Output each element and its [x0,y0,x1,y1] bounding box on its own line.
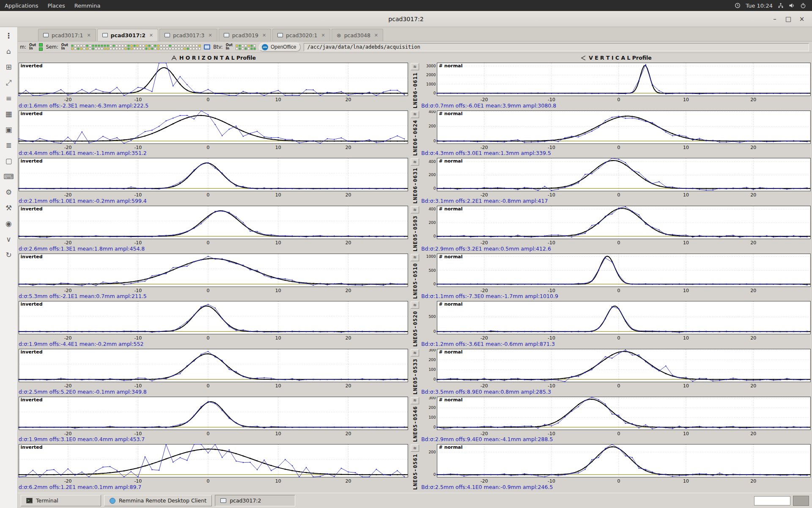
menu-icon[interactable]: ≡ [3,93,14,103]
vertical-profile-plot: -20-10010204002000# normal [420,206,812,246]
svg-text:10: 10 [275,287,281,293]
horizontal-profile-plot: -20-1001020inverted [18,63,409,102]
workspace-switcher[interactable] [793,496,809,506]
svg-text:-10: -10 [548,287,555,293]
windows-icon[interactable]: ▢ [3,156,14,166]
tab-close-icon[interactable]: ✕ [87,33,91,38]
taskbar-field[interactable] [754,496,790,505]
horizontal-profile-plot: -20-1001020inverted [18,110,409,150]
tab-pcad3017-2[interactable]: pcad3017:2 ✕ [97,29,158,41]
network-icon[interactable] [778,3,784,8]
svg-text:200: 200 [428,173,436,177]
taskbar-item-remmina[interactable]: Remmina Remote Desktop Client [104,495,212,506]
tab-pcad3017-3[interactable]: pcad3017:3 ✕ [159,29,217,41]
menu-remmina[interactable]: Remmina [70,0,105,11]
fullscreen-icon[interactable]: ⤢ [3,77,14,88]
profile-options-button[interactable]: ≋ [411,349,419,356]
btv-monitor-icon [204,44,210,50]
svg-text:20: 20 [750,431,756,436]
tab-close-icon[interactable]: ✕ [374,33,378,38]
tab-close-icon[interactable]: ✕ [149,33,153,38]
device-label: LNE05-0503 [412,214,418,253]
profile-options-button[interactable]: ≋ [411,397,419,404]
openoffice-button[interactable]: OpenOffice [259,43,301,52]
svg-text:-20: -20 [64,287,72,293]
profile-options-button[interactable]: ≋ [411,63,419,70]
grid-icon[interactable]: ▦ [3,109,14,119]
svg-text:# normal: # normal [439,349,462,355]
power-icon[interactable] [800,3,806,8]
horizontal-profile-plot: -20-1001020inverted [18,349,409,389]
volume-icon[interactable] [789,3,795,8]
tab-pcad3019[interactable]: pcad3019 ✕ [219,29,271,41]
maximize-button[interactable]: □ [782,15,794,23]
svg-text:300: 300 [428,349,436,352]
profile-options-button[interactable]: ≋ [411,206,419,213]
menu-applications[interactable]: Applications [0,0,43,11]
svg-text:# normal: # normal [439,254,462,260]
vertical-profile-stats: Bd:σ:2.9mm offs:9.4E0 mean:-4.1mm ampl:2… [420,436,812,443]
sem-out-in-labels: OutIn [61,44,68,51]
svg-text:10: 10 [683,287,689,293]
svg-text:# normal: # normal [439,158,462,164]
tab-close-icon[interactable]: ✕ [208,33,212,38]
window-title-bar: pcad3017:2 – □ × [0,11,812,27]
profile-options-button[interactable]: ≋ [411,444,419,452]
minimize-button[interactable]: – [769,15,781,23]
tab-bar: pcad3017:1 ✕ pcad3017:2 ✕ pcad3017:3 ✕ p… [18,27,812,41]
tab-close-icon[interactable]: ✕ [262,33,266,38]
svg-text:# normal: # normal [439,444,462,450]
horizontal-profile-stats: d:σ:4.4mm offs:1.6E1 mean:-1.1mm ampl:35… [18,150,409,157]
profile-options-button[interactable]: ≋ [411,254,419,261]
tools-icon[interactable]: ⚒ [3,203,14,213]
settings-icon[interactable]: ⚙ [3,187,14,197]
scale-icon[interactable]: ▣ [3,124,14,135]
path-field[interactable]: /acc/java/data/lna/adebds/acquisition [304,43,809,51]
svg-text:inverted: inverted [21,206,43,212]
gnome-top-bar: Applications Places Remmina Tue 10:24 [0,0,812,11]
list-icon[interactable]: ≣ [3,140,14,150]
vertical-profile-plot: -20-10010204002000# normal [420,110,812,150]
svg-text:0: 0 [207,144,210,150]
menu-places[interactable]: Places [43,0,69,11]
screenshot-icon[interactable]: ◉ [3,218,14,229]
taskbar-item-pcad3017[interactable]: pcad3017:2 [215,495,295,506]
taskbar-item-terminal[interactable]: >_ Terminal [21,495,101,506]
kebab-menu-icon[interactable]: ⋮ [3,30,14,41]
collapse-icon[interactable]: ∨ [3,234,14,244]
profile-options-button[interactable]: ≋ [411,301,419,309]
m-status-leds [39,43,43,51]
svg-text:200: 200 [428,221,436,225]
profile-options-button[interactable]: ≋ [411,158,419,166]
svg-text:20: 20 [346,383,351,389]
svg-text:0: 0 [207,383,210,389]
svg-text:20: 20 [750,383,756,389]
tab-close-icon[interactable]: ✕ [321,33,325,38]
home-icon[interactable]: ⌂ [3,46,14,56]
vertical-profile-plot: -20-10010204002000# normal [420,158,812,198]
vertical-profile-stats: Bd:σ:2.5mm offs:4.1E0 mean:-0.9mm ampl:2… [420,484,812,491]
openoffice-icon [262,44,268,50]
new-window-icon[interactable]: ⊞ [3,62,14,72]
keyboard-icon[interactable]: ⌨ [3,171,14,182]
profile-row: -20-1001020inverted d:σ:2.5mm offs:5.2E0… [18,349,812,396]
tab-pcad3020-1[interactable]: pcad3020:1 ✕ [272,29,330,41]
clock[interactable]: Tue 10:24 [746,3,773,9]
svg-text:-10: -10 [548,335,555,341]
profile-options-button[interactable]: ≋ [411,111,419,118]
svg-text:-10: -10 [548,97,555,102]
svg-text:0: 0 [433,187,436,191]
close-button[interactable]: × [796,15,808,23]
vertical-profile-icon [581,55,586,61]
svg-text:200: 200 [428,406,436,410]
svg-text:20: 20 [346,287,351,293]
tab-pcad3017-1[interactable]: pcad3017:1 ✕ [38,29,96,41]
session-indicator-icon[interactable] [735,3,741,8]
svg-text:inverted: inverted [21,397,43,403]
profile-row: -20-1001020inverted d:σ:4.4mm offs:1.6E1… [18,110,812,157]
svg-text:1000: 1000 [426,254,436,258]
svg-text:inverted: inverted [21,158,43,164]
svg-text:0: 0 [433,330,436,334]
reconnect-icon[interactable]: ↻ [3,250,14,260]
tab-pcad3048[interactable]: ⊗ pcad3048 ✕ [332,29,383,41]
